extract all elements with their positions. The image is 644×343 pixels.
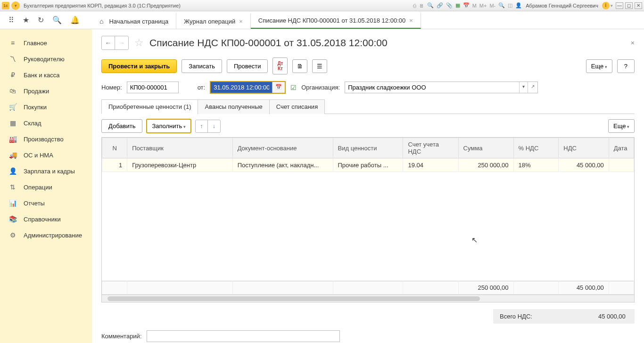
fill-button[interactable]: Заполнить — [146, 119, 191, 133]
calendar-icon[interactable]: 📅 — [463, 2, 470, 8]
doc-icon[interactable]: 🗎 — [419, 3, 424, 8]
post-and-close-button[interactable]: Провести и закрыть — [101, 59, 177, 73]
cell-supplier[interactable]: Грузоперевозки-Центр — [127, 159, 232, 172]
bag-icon: 🛍 — [8, 87, 17, 95]
cell-date[interactable] — [609, 159, 634, 172]
sidebar-item-hr[interactable]: 👤Зарплата и кадры — [0, 163, 92, 179]
sidebar-item-admin[interactable]: ⚙Администрирование — [0, 227, 92, 243]
table-row[interactable]: 1 Грузоперевозки-Центр Поступление (акт,… — [102, 159, 634, 172]
horizontal-scrollbar[interactable] — [102, 294, 634, 302]
close-document-icon[interactable]: × — [631, 39, 635, 47]
history-icon[interactable]: ↻ — [38, 16, 44, 24]
add-button[interactable]: Добавить — [101, 119, 142, 133]
books-icon: 📚 — [8, 215, 17, 223]
minimize-button[interactable]: — — [616, 2, 623, 9]
sidebar-item-warehouse[interactable]: ▦Склад — [0, 115, 92, 131]
col-doc[interactable]: Документ-основание — [232, 138, 333, 158]
tab-journal[interactable]: Журнал операций × — [176, 13, 251, 29]
move-up-icon[interactable]: ↑ — [196, 120, 208, 132]
maximize-button[interactable]: ◻ — [625, 2, 633, 9]
cell-pct[interactable]: 18% — [513, 159, 559, 172]
close-button[interactable]: ✕ — [635, 2, 642, 9]
info-icon[interactable]: i — [602, 2, 610, 9]
close-icon[interactable]: × — [239, 18, 243, 25]
calendar-icon[interactable]: 📅 — [272, 82, 285, 93]
clip-icon[interactable]: 📎 — [446, 2, 453, 8]
date-label: от: — [198, 84, 206, 91]
search-icon[interactable]: 🔍 — [427, 2, 434, 8]
m-minus[interactable]: M- — [489, 3, 495, 8]
comment-input[interactable] — [147, 330, 340, 342]
subtab-advances[interactable]: Авансы полученные — [198, 99, 269, 114]
write-button[interactable]: Записать — [182, 59, 222, 73]
sidebar-item-manager[interactable]: 〽Руководителю — [0, 51, 92, 67]
sidebar-item-production[interactable]: 🏭Производство — [0, 131, 92, 147]
forward-button[interactable]: → — [115, 36, 128, 49]
col-type[interactable]: Вид ценности — [333, 138, 403, 158]
col-n[interactable]: N — [102, 138, 127, 158]
link-icon[interactable]: 🔗 — [437, 2, 443, 8]
report-button[interactable]: 🗎 — [292, 59, 307, 73]
dt-kt-button[interactable]: ДтКт — [272, 57, 288, 74]
bell-icon[interactable]: 🔔 — [70, 16, 80, 24]
close-icon[interactable]: × — [409, 17, 413, 24]
info-dropdown-icon[interactable]: ▾ — [611, 3, 613, 8]
dropdown-icon[interactable]: ▾ — [11, 1, 20, 10]
cell-sum[interactable]: 250 000,00 — [458, 159, 513, 172]
footer-nds: 45 000,00 — [559, 281, 609, 294]
number-input[interactable] — [127, 82, 179, 93]
subtab-account[interactable]: Счет списания — [269, 99, 325, 114]
sidebar-item-assets[interactable]: 🚚ОС и НМА — [0, 147, 92, 163]
tab-more-button[interactable]: Еще — [608, 119, 635, 133]
cell-doc[interactable]: Поступление (акт, накладн... — [232, 159, 333, 172]
open-icon[interactable]: ↗ — [528, 82, 537, 93]
subtab-values[interactable]: Приобретенные ценности (1) — [101, 99, 198, 114]
user-name[interactable]: Абрамов Геннадий Сергеевич — [526, 3, 598, 8]
tab-document[interactable]: Списание НДС КП00-000001 от 31.05.2018 1… — [251, 12, 421, 29]
tab-home[interactable]: ⌂ Начальная страница — [92, 13, 176, 29]
sidebar-item-sales[interactable]: 🛍Продажи — [0, 83, 92, 99]
col-sum[interactable]: Сумма — [458, 138, 513, 158]
sidebar-item-label: Зарплата и кадры — [24, 168, 75, 175]
list-button[interactable]: ☰ — [312, 59, 327, 73]
check-icon[interactable]: ☑ — [290, 84, 297, 91]
print-icon[interactable]: ⎙ — [413, 3, 416, 8]
cell-type[interactable]: Прочие работы ... — [333, 159, 403, 172]
zoom-icon[interactable]: 🔍 — [498, 2, 505, 8]
sidebar-item-label: Покупки — [24, 104, 47, 111]
cell-n[interactable]: 1 — [102, 159, 127, 172]
total-label: Всего НДС: — [500, 313, 532, 320]
favorite-star-icon[interactable]: ☆ — [134, 37, 144, 49]
star-icon[interactable]: ★ — [23, 16, 29, 24]
panel-icon[interactable]: ◫ — [508, 2, 512, 8]
col-pct[interactable]: % НДС — [513, 138, 559, 158]
back-button[interactable]: ← — [102, 36, 115, 49]
sidebar-item-purchases[interactable]: 🛒Покупки — [0, 99, 92, 115]
m-clear[interactable]: M — [472, 3, 477, 8]
col-supplier[interactable]: Поставщик — [127, 138, 232, 158]
factory-icon: 🏭 — [8, 135, 17, 143]
sidebar-item-label: Справочники — [24, 216, 61, 223]
col-date[interactable]: Дата — [609, 138, 634, 158]
date-input[interactable] — [211, 82, 272, 93]
sidebar-item-reports[interactable]: 📊Отчеты — [0, 195, 92, 211]
col-acct[interactable]: Счет учета НДС — [403, 138, 458, 158]
sidebar-item-bank[interactable]: ₽Банк и касса — [0, 67, 92, 83]
calc-icon[interactable]: ▦ — [455, 2, 460, 8]
sidebar-item-catalogs[interactable]: 📚Справочники — [0, 211, 92, 227]
post-button[interactable]: Провести — [227, 59, 268, 73]
m-plus[interactable]: M+ — [479, 3, 487, 8]
dropdown-icon[interactable]: ▾ — [519, 82, 528, 93]
move-down-icon[interactable]: ↓ — [208, 120, 220, 132]
apps-icon[interactable]: ⠿ — [8, 16, 14, 24]
sidebar-item-label: ОС и НМА — [24, 152, 53, 159]
help-button[interactable]: ? — [617, 59, 635, 73]
more-button[interactable]: Еще — [586, 59, 612, 73]
cell-nds[interactable]: 45 000,00 — [559, 159, 609, 172]
sidebar-item-operations[interactable]: ⇅Операции — [0, 179, 92, 195]
org-input[interactable] — [345, 82, 519, 93]
cell-acct[interactable]: 19.04 — [403, 159, 458, 172]
find-icon[interactable]: 🔍 — [52, 16, 62, 24]
col-nds[interactable]: НДС — [559, 138, 609, 158]
sidebar-item-main[interactable]: ≡Главное — [0, 35, 92, 51]
